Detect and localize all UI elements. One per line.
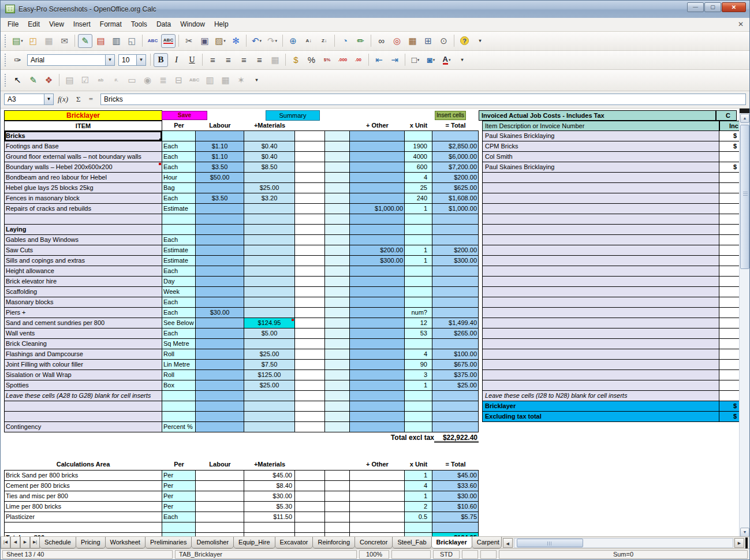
cell-unit[interactable]: 25 <box>405 183 432 193</box>
cell-lab[interactable] <box>196 245 244 256</box>
cell-invoice-amount[interactable]: $ <box>719 162 740 173</box>
toolbar-grip[interactable] <box>3 74 7 87</box>
sheet-tab-worksheet[interactable]: Worksheet <box>105 537 145 548</box>
cell-tot[interactable]: $7,200.00 <box>432 162 479 173</box>
cell-mat[interactable]: $25.00 <box>244 380 295 391</box>
cell-oth[interactable] <box>350 266 405 277</box>
cell-sp2[interactable] <box>325 308 350 318</box>
cell-mat[interactable] <box>244 391 295 401</box>
calc-cell-sp1[interactable] <box>295 491 325 502</box>
cell-sp2[interactable] <box>325 173 350 183</box>
sheet-tab-equip_hire[interactable]: Equip_Hire <box>233 537 275 548</box>
cell-invoice-description[interactable]: Excluding tax total <box>482 412 719 422</box>
cell-tot[interactable]: $200.00 <box>432 245 479 256</box>
cell-unit[interactable]: 1 <box>405 245 432 256</box>
cell-mat[interactable] <box>244 256 295 266</box>
cell-invoice-amount[interactable] <box>719 235 740 245</box>
calc-cell-item[interactable]: Plasticizer <box>4 512 162 522</box>
cell-sp2[interactable] <box>325 225 350 235</box>
horizontal-scrollbar[interactable] <box>514 538 733 548</box>
cell-mat[interactable] <box>244 131 295 141</box>
cell-oth[interactable] <box>350 193 405 204</box>
cell-tot[interactable]: $265.00 <box>432 328 479 339</box>
cell-item[interactable]: Saw Cuts <box>4 245 162 256</box>
cell-sp2[interactable] <box>325 131 350 141</box>
calc-cell-oth[interactable] <box>350 522 405 533</box>
cell-sp1[interactable] <box>295 193 325 204</box>
chevron-down-icon[interactable]: ▼ <box>105 55 114 65</box>
cell-unit[interactable] <box>405 131 432 141</box>
styles-formatting-icon[interactable]: ✑ <box>10 53 25 67</box>
cell-mat[interactable]: $3.20 <box>244 193 295 204</box>
cell-sp1[interactable] <box>295 349 325 360</box>
cell-mat[interactable]: $125.00 <box>244 370 295 380</box>
cell-invoice-description[interactable] <box>482 380 719 391</box>
calc-cell-sp1[interactable] <box>295 481 325 491</box>
font-color-icon[interactable]: A▾ <box>439 53 454 67</box>
cell-lab[interactable] <box>196 214 244 225</box>
cell-unit[interactable]: 12 <box>405 318 432 328</box>
align-left-icon[interactable]: ≡ <box>206 53 220 67</box>
cell-lab[interactable] <box>196 256 244 266</box>
column-header[interactable] <box>295 121 325 130</box>
cell-tot[interactable] <box>432 308 479 318</box>
cell-item[interactable]: Flashings and Dampcourse <box>4 349 162 360</box>
cell-sp2[interactable] <box>325 204 350 214</box>
cell-per[interactable] <box>162 391 196 401</box>
column-header[interactable] <box>325 460 350 470</box>
calc-cell-per[interactable]: Per <box>162 502 196 512</box>
cell-unit[interactable]: 1 <box>405 256 432 266</box>
cell-mat[interactable] <box>244 401 295 412</box>
cell-sp2[interactable] <box>325 349 350 360</box>
menu-item-tools[interactable]: Tools <box>126 18 152 30</box>
cell-sp1[interactable] <box>295 328 325 339</box>
cell-lab[interactable]: $30.00 <box>196 308 244 318</box>
cell-per[interactable]: Each <box>162 193 196 204</box>
cell-tot[interactable]: $300.00 <box>432 256 479 266</box>
calc-cell-mat[interactable]: $5.30 <box>244 502 295 512</box>
cell-lab[interactable] <box>196 204 244 214</box>
menu-item-file[interactable]: File <box>3 18 23 30</box>
cell-sp1[interactable] <box>295 141 325 152</box>
close-document-icon[interactable]: ✕ <box>738 20 744 28</box>
close-icon[interactable]: ✕ <box>722 2 746 12</box>
equals-icon[interactable]: = <box>89 95 93 104</box>
menu-item-data[interactable]: Data <box>152 18 176 30</box>
cell-sp2[interactable] <box>325 318 350 328</box>
cell-lab[interactable]: $1.10 <box>196 141 244 152</box>
cell-invoice-description[interactable]: Paul Skaines Bricklaying <box>482 162 719 173</box>
cell-unit[interactable] <box>405 266 432 277</box>
cell-lab[interactable] <box>196 297 244 308</box>
cell-lab[interactable] <box>196 412 244 422</box>
sum-icon[interactable]: Σ <box>76 95 81 104</box>
cell-invoice-description[interactable] <box>482 173 719 183</box>
hscroll-left-icon[interactable]: ◀ <box>503 538 513 548</box>
cell-sp1[interactable] <box>295 173 325 183</box>
cell-lab[interactable] <box>196 131 244 141</box>
underline-icon[interactable]: U <box>185 53 199 67</box>
cell-oth[interactable] <box>350 152 405 162</box>
calc-cell-oth[interactable] <box>350 491 405 502</box>
cell-mat[interactable] <box>244 235 295 245</box>
menu-item-view[interactable]: View <box>44 18 69 30</box>
cell-oth[interactable] <box>350 360 405 370</box>
cell-unit[interactable]: 1900 <box>405 141 432 152</box>
calc-cell-unit[interactable]: 0.5 <box>405 512 432 522</box>
cell-invoice-amount[interactable] <box>719 318 740 328</box>
cell-invoice-amount[interactable] <box>719 391 740 401</box>
cell-sp2[interactable] <box>325 328 350 339</box>
cell-sp1[interactable] <box>295 308 325 318</box>
column-header[interactable]: Per <box>162 460 196 470</box>
cell-sp1[interactable] <box>295 391 325 401</box>
cell-unit[interactable]: 4000 <box>405 152 432 162</box>
cell-invoice-description[interactable] <box>482 339 719 349</box>
cell-item[interactable]: Wall vents <box>4 328 162 339</box>
cell-invoice-description[interactable]: Leave these cells (I28 to N28) blank for… <box>482 391 719 401</box>
cell-sp1[interactable] <box>295 266 325 277</box>
cell-mat[interactable] <box>244 245 295 256</box>
cell-oth[interactable] <box>350 401 405 412</box>
cell-invoice-amount[interactable] <box>719 370 740 380</box>
cell-item[interactable]: Scaffolding <box>4 287 162 297</box>
cell-lab[interactable] <box>196 370 244 380</box>
cell-sp2[interactable] <box>325 380 350 391</box>
